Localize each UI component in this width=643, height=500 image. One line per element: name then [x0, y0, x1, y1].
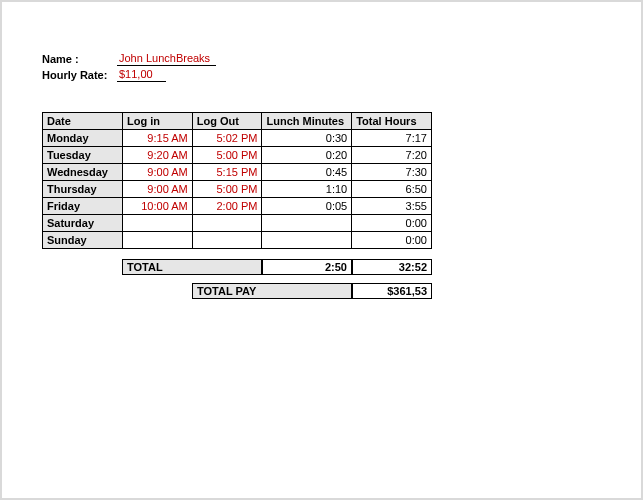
col-total: Total Hours: [352, 113, 432, 130]
timesheet-area: Date Log in Log Out Lunch Minutes Total …: [42, 112, 641, 299]
totals-row-pay: TOTAL PAY $361,53: [42, 283, 432, 299]
lunch-cell: 0:05: [262, 198, 352, 215]
total-pay-label-ext: [262, 283, 352, 299]
logout-cell: 2:00 PM: [192, 198, 262, 215]
lunch-cell: 0:20: [262, 147, 352, 164]
logout-cell: 5:15 PM: [192, 164, 262, 181]
rate-label: Hourly Rate:: [42, 69, 117, 81]
login-cell: 9:20 AM: [122, 147, 192, 164]
table-row: Tuesday 9:20 AM 5:00 PM 0:20 7:20: [43, 147, 432, 164]
total-cell: 7:30: [352, 164, 432, 181]
total-cell: 0:00: [352, 232, 432, 249]
logout-cell: [192, 232, 262, 249]
total-hours: 32:52: [352, 259, 432, 275]
total-pay-value: $361,53: [352, 283, 432, 299]
lunch-cell: [262, 232, 352, 249]
totals-row-hours: TOTAL 2:50 32:52: [42, 259, 432, 275]
logout-cell: [192, 215, 262, 232]
table-header-row: Date Log in Log Out Lunch Minutes Total …: [43, 113, 432, 130]
timesheet-table: Date Log in Log Out Lunch Minutes Total …: [42, 112, 432, 249]
total-cell: 7:20: [352, 147, 432, 164]
col-date: Date: [43, 113, 123, 130]
day-cell: Friday: [43, 198, 123, 215]
lunch-cell: 1:10: [262, 181, 352, 198]
total-pay-label: TOTAL PAY: [192, 283, 262, 299]
day-cell: Wednesday: [43, 164, 123, 181]
totals-area: TOTAL 2:50 32:52 TOTAL PAY $361,53: [42, 259, 432, 299]
total-label: TOTAL: [122, 259, 192, 275]
total-cell: 0:00: [352, 215, 432, 232]
day-cell: Thursday: [43, 181, 123, 198]
total-cell: 7:17: [352, 130, 432, 147]
login-cell: 9:00 AM: [122, 181, 192, 198]
login-cell: [122, 215, 192, 232]
rate-row: Hourly Rate: $11,00: [42, 68, 641, 82]
lunch-cell: [262, 215, 352, 232]
total-cell: 6:50: [352, 181, 432, 198]
day-cell: Saturday: [43, 215, 123, 232]
table-row: Thursday 9:00 AM 5:00 PM 1:10 6:50: [43, 181, 432, 198]
total-cell: 3:55: [352, 198, 432, 215]
day-cell: Sunday: [43, 232, 123, 249]
col-logout: Log Out: [192, 113, 262, 130]
day-cell: Tuesday: [43, 147, 123, 164]
login-cell: 9:15 AM: [122, 130, 192, 147]
logout-cell: 5:02 PM: [192, 130, 262, 147]
col-login: Log in: [122, 113, 192, 130]
name-row: Name : John LunchBreaks: [42, 52, 641, 66]
login-cell: [122, 232, 192, 249]
page: Name : John LunchBreaks Hourly Rate: $11…: [0, 0, 643, 500]
table-row: Sunday 0:00: [43, 232, 432, 249]
logout-cell: 5:00 PM: [192, 147, 262, 164]
name-value: John LunchBreaks: [117, 52, 216, 66]
total-label-ext: [192, 259, 262, 275]
total-lunch: 2:50: [262, 259, 352, 275]
login-cell: 9:00 AM: [122, 164, 192, 181]
day-cell: Monday: [43, 130, 123, 147]
name-label: Name :: [42, 53, 117, 65]
table-row: Wednesday 9:00 AM 5:15 PM 0:45 7:30: [43, 164, 432, 181]
table-row: Friday 10:00 AM 2:00 PM 0:05 3:55: [43, 198, 432, 215]
login-cell: 10:00 AM: [122, 198, 192, 215]
table-row: Saturday 0:00: [43, 215, 432, 232]
rate-value: $11,00: [117, 68, 166, 82]
table-row: Monday 9:15 AM 5:02 PM 0:30 7:17: [43, 130, 432, 147]
lunch-cell: 0:45: [262, 164, 352, 181]
col-lunch: Lunch Minutes: [262, 113, 352, 130]
lunch-cell: 0:30: [262, 130, 352, 147]
logout-cell: 5:00 PM: [192, 181, 262, 198]
